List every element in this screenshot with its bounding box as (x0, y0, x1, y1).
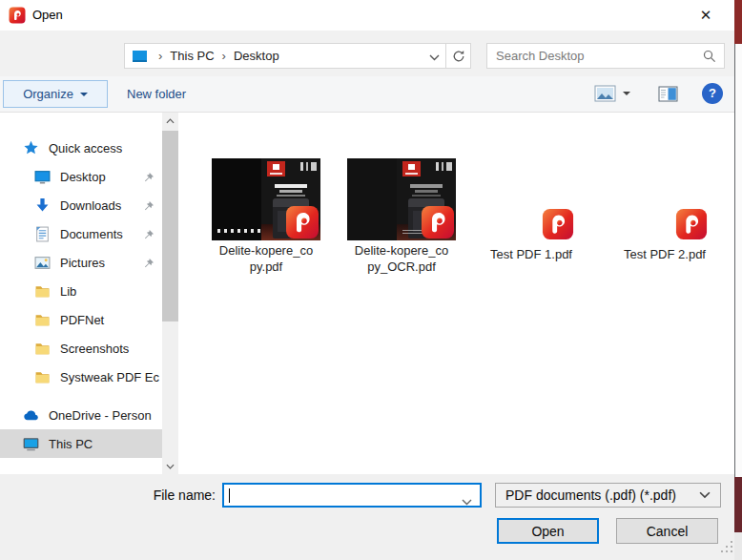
new-folder-button[interactable]: New folder (127, 76, 186, 112)
file-label-line: Delite-kopere_co (190, 242, 342, 259)
breadcrumb-this-pc[interactable]: This PC (170, 49, 214, 63)
brand-logo (267, 161, 285, 176)
resize-grip[interactable] (719, 539, 734, 554)
file-label-line: Test PDF 2.pdf (598, 246, 732, 262)
dialog-footer: File name: PDF documents (.pdf) (*.pdf) … (0, 474, 734, 560)
sidebar-item-label: Desktop (60, 170, 106, 184)
monitor-icon (34, 169, 51, 185)
file-name-input[interactable] (222, 483, 482, 508)
text-caret (229, 488, 230, 503)
sidebar-item-lib[interactable]: Lib (0, 277, 162, 305)
breadcrumb-desktop[interactable]: Desktop (234, 49, 279, 63)
cloud-icon (23, 407, 39, 424)
pin-icon (142, 257, 155, 269)
views-dropdown-icon[interactable] (623, 92, 630, 95)
computer-icon (23, 436, 39, 452)
pdf-file-icon[interactable] (675, 208, 708, 240)
sidebar-item-label: Documents (60, 227, 123, 241)
address-dropdown-icon[interactable] (423, 48, 445, 65)
file-label-line: Delite-kopere_co (325, 242, 478, 259)
sidebar-item-desktop[interactable]: Desktop (0, 162, 162, 191)
pdf-app-icon (9, 7, 26, 24)
sidebar-item-label: PDFNet (60, 313, 104, 327)
sidebar-item-this-pc[interactable]: This PC (0, 429, 162, 458)
open-button[interactable]: Open (497, 518, 599, 544)
pdf-badge-icon (285, 205, 319, 239)
title-bar: Open ✕ (0, 0, 734, 31)
file-thumbnail[interactable] (347, 158, 456, 240)
preview-pane-icon[interactable] (658, 86, 678, 102)
search-icon[interactable] (703, 50, 716, 63)
background-window-sliver (734, 477, 742, 532)
sidebar-item-label: OneDrive - Person (49, 408, 152, 423)
chevron-down-icon (699, 491, 711, 499)
file-name-label: File name: (141, 487, 216, 503)
sidebar-item-label: Downloads (60, 198, 121, 213)
scroll-down-icon[interactable] (162, 458, 178, 474)
open-dialog-screenshot: Open ✕ › This PC › Desktop (0, 0, 742, 560)
pin-icon (142, 199, 155, 212)
navigation-pane: Quick accessDesktopDownloadsDocumentsPic… (0, 113, 162, 474)
document-icon (34, 226, 51, 242)
open-dialog: Open ✕ › This PC › Desktop (0, 0, 734, 560)
file-label[interactable]: Delite-kopere_copy.pdf (190, 242, 342, 275)
pdf-badge-icon (421, 205, 455, 239)
sidebar-item-documents[interactable]: Documents (0, 219, 162, 248)
window-title: Open (32, 0, 63, 31)
sidebar-scrollbar[interactable] (162, 113, 178, 474)
scroll-up-icon[interactable] (162, 113, 178, 129)
thumbnail-title-line (415, 190, 438, 193)
chevron-down-icon (80, 93, 88, 96)
sidebar-item-systweak-pdf-ec[interactable]: Systweak PDF Ec (0, 363, 162, 391)
thumbnail-title-line (277, 195, 305, 197)
thumbnail-corner-marks (436, 162, 452, 171)
file-label[interactable]: Delite-kopere_copy_OCR.pdf (325, 242, 478, 275)
thumbnail-title-line (410, 184, 443, 188)
file-list: Delite-kopere_copy.pdfDelite-kopere_copy… (178, 113, 734, 474)
address-bar[interactable]: › This PC › Desktop (124, 43, 446, 69)
star-icon (23, 140, 39, 156)
sidebar-item-screenshots[interactable]: Screenshots (0, 334, 162, 363)
open-button-label: Open (531, 524, 564, 539)
help-icon[interactable]: ? (702, 83, 723, 104)
thumbnail-title-line (412, 195, 441, 197)
thumbnail-title-line (275, 184, 307, 188)
refresh-icon[interactable] (446, 43, 471, 69)
sidebar-item-pictures[interactable]: Pictures (0, 248, 162, 277)
background-window-sliver (734, 532, 742, 560)
organize-button[interactable]: Organize (3, 80, 108, 108)
file-label[interactable]: Test PDF 2.pdf (598, 246, 732, 262)
scrollbar-thumb[interactable] (162, 131, 178, 321)
file-label[interactable]: Test PDF 1.pdf (464, 246, 598, 262)
background-window-sliver (734, 0, 742, 44)
sidebar-item-quick-access[interactable]: Quick access (0, 134, 162, 162)
navigation-bar: › This PC › Desktop Search Desktop (0, 31, 734, 76)
sidebar-item-downloads[interactable]: Downloads (0, 191, 162, 219)
sidebar-item-pdfnet[interactable]: PDFNet (0, 305, 162, 334)
sidebar-item-label: Systweak PDF Ec (60, 370, 159, 384)
pin-icon (142, 228, 155, 240)
file-thumbnail[interactable] (212, 158, 320, 240)
folder-icon (34, 312, 51, 328)
sidebar-item-onedrive-person[interactable]: OneDrive - Person (0, 401, 162, 429)
search-box[interactable]: Search Desktop (486, 43, 725, 69)
file-type-select[interactable]: PDF documents (.pdf) (*.pdf) (495, 483, 721, 508)
background-window-sliver (734, 44, 742, 477)
file-name-dropdown-icon[interactable] (462, 492, 472, 509)
picture-icon (34, 255, 51, 271)
cancel-button[interactable]: Cancel (616, 518, 718, 544)
folder-icon (34, 341, 51, 357)
file-label-line: Test PDF 1.pdf (464, 246, 598, 262)
sidebar-item-label: Pictures (60, 256, 105, 270)
thumbnail-small-text (217, 229, 261, 233)
thumbnails-view-icon[interactable] (594, 85, 616, 102)
file-type-value: PDF documents (.pdf) (*.pdf) (505, 487, 699, 503)
download-arrow-icon (34, 197, 51, 214)
pdf-file-icon[interactable] (542, 208, 574, 240)
thumbnail-corner-marks (300, 162, 317, 171)
close-icon[interactable]: ✕ (685, 1, 727, 30)
dialog-content: Quick accessDesktopDownloadsDocumentsPic… (0, 113, 734, 474)
thumbnail-title-line (279, 190, 302, 193)
sidebar-item-label: Quick access (49, 141, 122, 156)
folder-icon (34, 369, 51, 385)
